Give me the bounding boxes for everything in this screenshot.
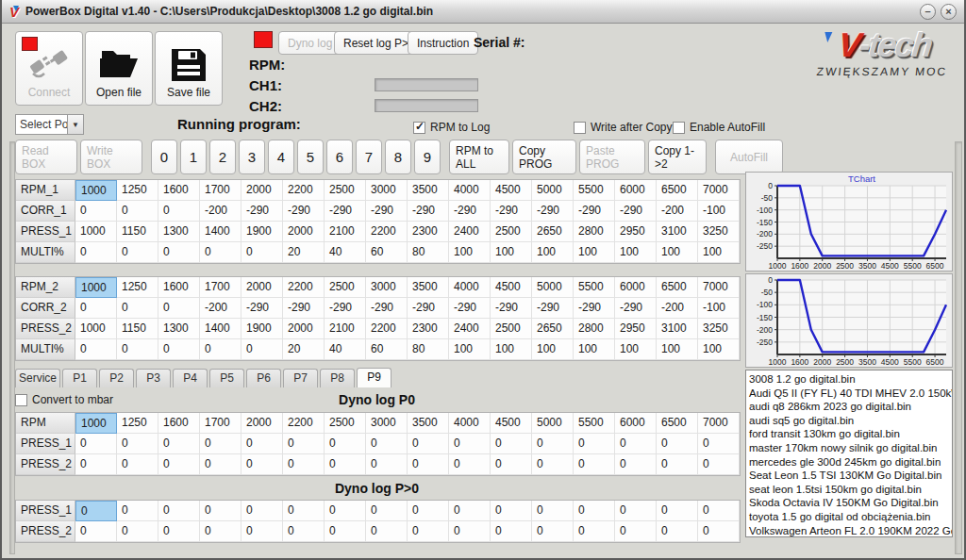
table-cell[interactable]: 0 (117, 454, 158, 475)
table-cell[interactable]: 0 (449, 501, 491, 521)
table-cell[interactable]: 0 (158, 434, 200, 454)
tab-p3[interactable]: P3 (136, 369, 171, 387)
digit-9-button[interactable]: 9 (414, 140, 441, 174)
table-cell[interactable]: 6500 (657, 413, 698, 434)
table-cell[interactable]: 0 (657, 454, 698, 475)
digit-8-button[interactable]: 8 (385, 140, 411, 174)
table-cell[interactable]: 0 (325, 454, 366, 475)
table-cell[interactable]: 0 (75, 501, 117, 521)
table-cell[interactable]: 0 (408, 501, 449, 521)
table-cell[interactable]: -290 (449, 298, 491, 319)
table-cell[interactable]: 0 (574, 501, 615, 521)
table-cell[interactable]: 0 (698, 521, 740, 542)
table-cell[interactable]: 100 (574, 339, 615, 360)
table-cell[interactable]: 0 (200, 454, 242, 475)
table-cell[interactable]: 100 (657, 339, 698, 360)
table-cell[interactable]: 0 (366, 454, 408, 475)
table-cell[interactable]: 0 (158, 298, 200, 319)
table-cell[interactable]: 40 (325, 242, 366, 263)
table-cell[interactable]: -290 (491, 298, 532, 319)
table-cell[interactable]: -290 (366, 201, 408, 222)
table-cell[interactable]: 0 (158, 501, 200, 521)
table-cell[interactable]: 0 (532, 454, 574, 475)
table-cell[interactable]: 0 (615, 434, 657, 454)
table-cell[interactable]: 0 (615, 501, 657, 521)
table-cell[interactable]: 100 (657, 242, 698, 263)
table-cell[interactable]: 0 (491, 501, 532, 521)
table-cell[interactable]: 0 (366, 501, 408, 521)
table-cell[interactable]: 100 (615, 242, 657, 263)
table-cell[interactable]: -290 (325, 298, 366, 319)
table-cell[interactable]: 0 (75, 242, 117, 263)
table-cell[interactable]: 80 (408, 339, 449, 360)
digit-6-button[interactable]: 6 (326, 140, 353, 174)
open-file-button[interactable]: Open file (85, 31, 153, 106)
table-cell[interactable]: 100 (615, 339, 657, 360)
table-cell[interactable]: 3000 (366, 413, 408, 434)
read-box-button[interactable]: Read BOX (15, 140, 77, 174)
table-cell[interactable]: -290 (325, 201, 366, 222)
table-cell[interactable]: 4000 (449, 277, 491, 298)
table-cell[interactable]: 0 (408, 454, 449, 475)
table-cell[interactable]: 100 (698, 242, 740, 263)
digit-4-button[interactable]: 4 (268, 140, 294, 174)
table-cell[interactable]: 0 (158, 521, 200, 542)
table-cell[interactable]: 2000 (242, 413, 283, 434)
table-cell[interactable]: 0 (117, 521, 158, 542)
table-cell[interactable]: -290 (242, 201, 283, 222)
table-cell[interactable]: 0 (366, 521, 408, 542)
table-cell[interactable]: -290 (283, 201, 325, 222)
file-list-item[interactable]: mercedes gle 300d 245km go digital.bin (749, 455, 952, 469)
table-cell[interactable]: 0 (449, 454, 491, 475)
table-cell[interactable]: 2200 (366, 319, 408, 339)
table-cell[interactable]: 0 (283, 434, 325, 454)
table-cell[interactable]: 40 (325, 339, 366, 360)
file-list-item[interactable]: Volkswagen Arteon FL 2.0 190KM 2022 Go D… (749, 524, 952, 537)
table-cell[interactable]: 5000 (532, 180, 574, 201)
table-cell[interactable]: 2000 (242, 180, 283, 201)
table-cell[interactable]: 1700 (200, 277, 242, 298)
table-cell[interactable]: 2800 (574, 319, 615, 339)
copy-1-to-2-button[interactable]: Copy 1->2 (648, 140, 707, 174)
table-cell[interactable]: 1400 (200, 319, 242, 339)
table-cell[interactable]: 0 (158, 454, 200, 475)
table-cell[interactable]: -200 (200, 201, 242, 222)
tab-p8[interactable]: P8 (320, 369, 355, 387)
table-cell[interactable]: -290 (615, 298, 657, 319)
table-cell[interactable]: -200 (657, 298, 698, 319)
table-cell[interactable]: 0 (449, 521, 491, 542)
chevron-down-icon[interactable]: ▼ (67, 115, 83, 134)
table-cell[interactable]: 0 (158, 242, 200, 263)
table-cell[interactable]: 6000 (615, 180, 657, 201)
table-cell[interactable]: 1300 (158, 222, 200, 242)
table-cell[interactable]: -290 (491, 201, 532, 222)
copy-prog-button[interactable]: Copy PROG (512, 140, 576, 174)
table-cell[interactable]: 0 (200, 339, 242, 360)
table-cell[interactable]: -290 (408, 201, 449, 222)
table-cell[interactable]: 2500 (491, 222, 532, 242)
file-list-item[interactable]: audi sq5 go digital.bin (749, 414, 952, 428)
table-cell[interactable]: 0 (532, 501, 574, 521)
table-cell[interactable]: 100 (532, 339, 574, 360)
table-cell[interactable]: 0 (325, 501, 366, 521)
table-cell[interactable]: 0 (200, 521, 242, 542)
table-cell[interactable]: 7000 (698, 413, 740, 434)
table-cell[interactable]: 1250 (117, 180, 158, 201)
table-cell[interactable]: 1000 (75, 319, 117, 339)
table-cell[interactable]: 1000 (75, 413, 117, 434)
table-cell[interactable]: 4500 (491, 413, 532, 434)
right-scrollbar[interactable] (955, 141, 962, 554)
table-cell[interactable]: 0 (574, 454, 615, 475)
table-cell[interactable]: 0 (75, 339, 117, 360)
table-cell[interactable]: 0 (698, 454, 740, 475)
table-cell[interactable]: 100 (491, 242, 532, 263)
table-cell[interactable]: 0 (75, 454, 117, 475)
table-cell[interactable]: 0 (117, 242, 158, 263)
table-cell[interactable]: -290 (283, 298, 325, 319)
file-list-item[interactable]: seat leon 1.5tsi 150km go digital.bin (749, 483, 952, 497)
digit-1-button[interactable]: 1 (180, 140, 207, 174)
table-cell[interactable]: 5000 (532, 413, 574, 434)
table-cell[interactable]: 0 (158, 201, 200, 222)
table-cell[interactable]: 2200 (283, 277, 325, 298)
autofill-button[interactable]: AutoFill (715, 140, 783, 174)
